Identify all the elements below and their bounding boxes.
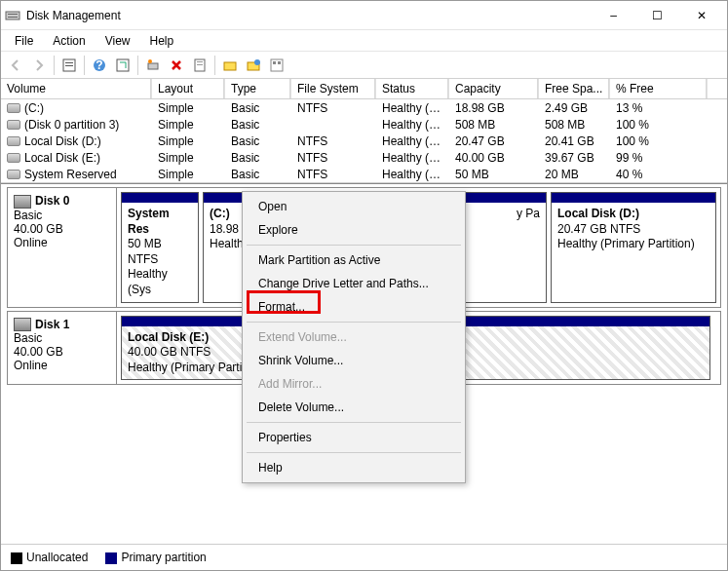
help-button[interactable]: ? xyxy=(89,55,110,76)
menu-file[interactable]: File xyxy=(5,32,43,50)
context-menu-item[interactable]: Properties xyxy=(245,426,463,449)
col-layout[interactable]: Layout xyxy=(152,79,225,98)
primary-swatch xyxy=(105,552,117,564)
titlebar: Disk Management – ☐ ✕ xyxy=(1,1,727,30)
context-menu-separator xyxy=(247,452,461,453)
app-icon xyxy=(5,8,20,23)
settings-button[interactable] xyxy=(58,55,80,76)
svg-point-10 xyxy=(148,59,152,63)
context-menu-item[interactable]: Change Drive Letter and Paths... xyxy=(245,272,463,295)
svg-rect-13 xyxy=(197,64,203,65)
menubar: File Action View Help xyxy=(1,30,727,52)
col-capacity[interactable]: Capacity xyxy=(449,79,539,98)
maximize-button[interactable]: ☐ xyxy=(635,1,679,30)
svg-rect-14 xyxy=(224,62,236,70)
volume-row[interactable]: (C:)SimpleBasicNTFSHealthy (B...18.98 GB… xyxy=(1,99,727,116)
col-filesystem[interactable]: File System xyxy=(291,79,376,98)
forward-button xyxy=(28,55,50,76)
toolbar-separator xyxy=(54,56,55,75)
volume-rows: (C:)SimpleBasicNTFSHealthy (B...18.98 GB… xyxy=(1,99,727,182)
context-menu-item[interactable]: Delete Volume... xyxy=(245,396,463,419)
menu-view[interactable]: View xyxy=(96,32,140,50)
volume-row[interactable]: (Disk 0 partition 3)SimpleBasicHealthy (… xyxy=(1,116,727,133)
delete-button[interactable] xyxy=(166,55,187,76)
col-type[interactable]: Type xyxy=(225,79,291,98)
legend-unallocated: Unallocated xyxy=(11,551,88,564)
context-menu-separator xyxy=(247,322,461,323)
svg-rect-8 xyxy=(117,59,129,71)
window-controls: – ☐ ✕ xyxy=(592,1,723,30)
context-menu-item[interactable]: Help xyxy=(245,456,463,479)
menu-action[interactable]: Action xyxy=(43,32,95,50)
col-free[interactable]: Free Spa... xyxy=(539,79,610,98)
svg-rect-9 xyxy=(148,63,158,69)
legend: Unallocated Primary partition xyxy=(1,544,727,570)
svg-rect-18 xyxy=(273,61,276,64)
action1-button[interactable] xyxy=(142,55,164,76)
svg-rect-5 xyxy=(65,65,73,66)
svg-rect-0 xyxy=(6,12,19,19)
minimize-button[interactable]: – xyxy=(592,1,635,30)
col-volume[interactable]: Volume xyxy=(1,79,152,98)
volume-header-row: Volume Layout Type File System Status Ca… xyxy=(1,79,727,99)
volume-list: Volume Layout Type File System Status Ca… xyxy=(1,79,727,183)
close-button[interactable]: ✕ xyxy=(679,1,723,30)
svg-rect-4 xyxy=(65,62,73,63)
context-menu-item[interactable]: Format... xyxy=(245,295,463,319)
action4-button[interactable] xyxy=(266,55,287,76)
action3-button[interactable] xyxy=(243,55,264,76)
refresh-button[interactable] xyxy=(112,55,134,76)
context-menu-separator xyxy=(247,245,461,246)
svg-rect-2 xyxy=(8,17,18,18)
volume-row[interactable]: Local Disk (E:)SimpleBasicNTFSHealthy (P… xyxy=(1,149,727,166)
svg-text:?: ? xyxy=(96,58,102,72)
action2-button[interactable] xyxy=(219,55,241,76)
context-menu-item[interactable]: Open xyxy=(245,195,463,218)
legend-primary: Primary partition xyxy=(105,551,206,564)
context-menu[interactable]: OpenExploreMark Partition as ActiveChang… xyxy=(242,191,466,483)
toolbar-separator xyxy=(214,56,215,75)
svg-rect-1 xyxy=(8,14,18,15)
svg-rect-17 xyxy=(271,59,283,71)
context-menu-item: Add Mirror... xyxy=(245,372,463,396)
partition[interactable]: Local Disk (D:)20.47 GB NTFSHealthy (Pri… xyxy=(551,192,716,303)
toolbar-separator xyxy=(137,56,138,75)
unallocated-swatch xyxy=(11,552,22,564)
col-status[interactable]: Status xyxy=(376,79,449,98)
svg-point-16 xyxy=(254,59,260,65)
volume-row[interactable]: System ReservedSimpleBasicNTFSHealthy (S… xyxy=(1,166,727,182)
partition[interactable]: System Res50 MB NTFSHealthy (Sys xyxy=(121,192,199,303)
svg-rect-19 xyxy=(278,61,281,64)
context-menu-item[interactable]: Explore xyxy=(245,218,463,242)
disk-label[interactable]: Disk 0Basic40.00 GBOnline xyxy=(8,188,117,307)
menu-help[interactable]: Help xyxy=(140,32,184,50)
col-pct[interactable]: % Free xyxy=(610,79,708,98)
back-button xyxy=(5,55,26,76)
context-menu-item[interactable]: Shrink Volume... xyxy=(245,349,463,372)
disk-label[interactable]: Disk 1Basic40.00 GBOnline xyxy=(8,312,117,385)
context-menu-separator xyxy=(247,422,461,423)
toolbar: ? xyxy=(1,52,727,79)
window-title: Disk Management xyxy=(26,9,592,22)
context-menu-item[interactable]: Mark Partition as Active xyxy=(245,248,463,272)
toolbar-separator xyxy=(84,56,85,75)
properties-button[interactable] xyxy=(189,55,211,76)
context-menu-item: Extend Volume... xyxy=(245,325,463,349)
volume-row[interactable]: Local Disk (D:)SimpleBasicNTFSHealthy (P… xyxy=(1,133,727,149)
svg-rect-12 xyxy=(197,61,203,62)
